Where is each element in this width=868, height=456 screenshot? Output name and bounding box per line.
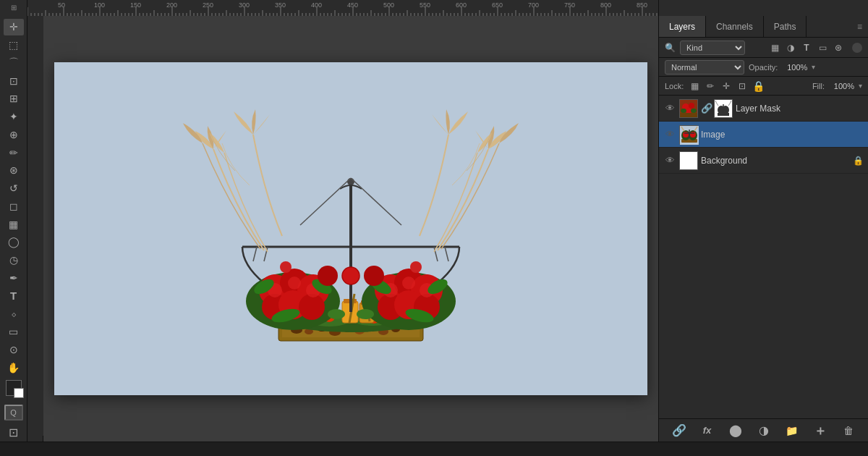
svg-point-32 (347, 178, 354, 185)
svg-point-85 (690, 132, 696, 138)
filter-pixel-btn[interactable]: ▦ (768, 41, 781, 54)
top-ruler-bar: ⊞ (0, 0, 868, 16)
svg-point-31 (342, 267, 359, 284)
fill-value[interactable]: 100% (829, 82, 854, 90)
dodge-tool[interactable]: ◷ (4, 252, 24, 269)
mask-thumb-svg (715, 100, 732, 117)
shape-tool[interactable]: ▭ (4, 324, 24, 340)
svg-point-70 (686, 108, 692, 114)
svg-point-72 (691, 109, 697, 113)
type-tool[interactable]: T (4, 287, 24, 304)
delete-layer-button[interactable]: 🗑 (840, 422, 857, 439)
lock-all-btn[interactable]: 🔒 (752, 80, 765, 93)
layer-name-image: Image (701, 130, 864, 140)
filter-type-btn[interactable]: T (800, 41, 813, 54)
paths-tab[interactable]: Paths (764, 16, 807, 37)
opacity-value[interactable]: 100% (782, 63, 807, 72)
layer-thumb-image (679, 125, 698, 144)
layers-tab[interactable]: Layers (659, 16, 706, 37)
svg-point-41 (299, 294, 325, 320)
eyedropper-tool[interactable]: ✦ (4, 109, 24, 125)
svg-point-71 (681, 109, 686, 113)
gradient-tool[interactable]: ▦ (4, 216, 24, 232)
panel-ruler-spacer (658, 0, 868, 16)
hand-tool[interactable]: ✋ (4, 359, 24, 376)
layer-mask-thumb (714, 99, 733, 118)
lock-image-btn[interactable]: ✏ (704, 80, 717, 93)
layer-row-background[interactable]: 👁 Background 🔒 (659, 148, 868, 174)
screen-mode-toggle[interactable]: ⊡ (4, 423, 24, 442)
layer-visibility-bg[interactable]: 👁 (663, 155, 676, 166)
svg-point-84 (683, 132, 689, 138)
opacity-arrow: ▾ (812, 63, 815, 71)
healing-brush-tool[interactable]: ⊕ (4, 127, 24, 143)
filter-type-select[interactable]: Kind (680, 41, 745, 55)
foreground-color[interactable] (6, 380, 22, 396)
panel-menu-button[interactable]: ≡ (851, 16, 868, 37)
status-bar (0, 442, 868, 456)
lock-position-btn[interactable]: ✛ (720, 80, 733, 93)
quick-select-tool[interactable]: ⊡ (4, 72, 24, 89)
right-panel: Layers Channels Paths ≡ 🔍 Kind ▦ ◑ T ▭ ⊛… (658, 16, 868, 442)
canvas-area[interactable] (43, 16, 658, 442)
svg-point-64 (357, 309, 374, 319)
ruler-canvas-h (27, 0, 658, 16)
crop-tool[interactable]: ⊞ (4, 90, 24, 107)
canvas-frame (54, 62, 647, 395)
layer-thumb-floral (679, 99, 698, 118)
fill-arrow: ▾ (859, 82, 862, 90)
lasso-tool[interactable]: ⌒ (4, 55, 24, 72)
brush-tool[interactable]: ✏ (4, 144, 24, 161)
layers-list[interactable]: 👁 🔗 (659, 96, 868, 418)
ruler-canvas-v (27, 16, 43, 436)
lock-transparent-btn[interactable]: ▦ (688, 80, 701, 93)
quick-mask-toggle[interactable]: Q (4, 405, 23, 421)
move-tool[interactable]: ✛ (4, 19, 24, 35)
layer-row-image[interactable]: 👁 Image (659, 122, 868, 148)
filter-adjust-btn[interactable]: ◑ (784, 41, 797, 54)
horizontal-ruler (27, 0, 658, 16)
eraser-tool[interactable]: ◻ (4, 198, 24, 215)
filter-shape-btn[interactable]: ▭ (816, 41, 829, 54)
history-brush-tool[interactable]: ↺ (4, 180, 24, 197)
corner-icon: ⊞ (11, 4, 17, 12)
layer-visibility-mask[interactable]: 👁 (663, 103, 676, 114)
vertical-ruler (27, 16, 43, 442)
layer-name-mask: Layer Mask (736, 104, 864, 114)
new-group-button[interactable]: 📁 (783, 422, 801, 439)
filter-icons: ▦ ◑ T ▭ ⊛ (768, 41, 845, 54)
add-layer-style-button[interactable]: fx (699, 422, 716, 439)
layer-row-mask[interactable]: 👁 🔗 (659, 96, 868, 122)
filter-smart-btn[interactable]: ⊛ (832, 41, 845, 54)
pen-tool[interactable]: ✒ (4, 270, 24, 287)
add-mask-button[interactable]: ⬤ (727, 422, 744, 439)
layer-thumb-background (679, 151, 698, 170)
fill-label: Fill: (812, 82, 825, 90)
rectangular-marquee-tool[interactable]: ⬚ (4, 37, 24, 54)
blend-mode-select[interactable]: Normal (665, 60, 744, 75)
lock-icons: ▦ ✏ ✛ ⊡ 🔒 (688, 80, 765, 93)
new-fill-adjustment-button[interactable]: ◑ (755, 422, 773, 439)
svg-point-43 (288, 276, 301, 290)
layer-image-svg (680, 126, 699, 145)
lock-artboard-btn[interactable]: ⊡ (736, 80, 749, 93)
layers-bottom-toolbar: 🔗 fx ⬤ ◑ 📁 ＋ 🗑 (659, 418, 868, 442)
channels-tab[interactable]: Channels (706, 16, 764, 37)
path-selection-tool[interactable]: ⬦ (4, 305, 24, 322)
left-toolbar: ✛ ⬚ ⌒ ⊡ ⊞ ✦ ⊕ ✏ ⊛ ↺ ◻ ▦ ◯ ◷ ✒ T ⬦ ▭ ⊙ ✋ … (0, 16, 27, 442)
blend-mode-row: Normal Opacity: 100% ▾ (659, 58, 868, 77)
corner-box: ⊞ (0, 0, 27, 16)
clone-stamp-tool[interactable]: ⊛ (4, 162, 24, 179)
zoom-tool[interactable]: ⊙ (4, 342, 24, 358)
lock-row: Lock: ▦ ✏ ✛ ⊡ 🔒 Fill: 100% ▾ (659, 77, 868, 96)
filter-row: 🔍 Kind ▦ ◑ T ▭ ⊛ (659, 38, 868, 58)
main-area: ✛ ⬚ ⌒ ⊡ ⊞ ✦ ⊕ ✏ ⊛ ↺ ◻ ▦ ◯ ◷ ✒ T ⬦ ▭ ⊙ ✋ … (0, 16, 868, 442)
layer-chain-icon: 🔗 (701, 103, 711, 114)
layer-visibility-image[interactable]: 👁 (663, 129, 676, 140)
blur-tool[interactable]: ◯ (4, 234, 24, 250)
link-layers-button[interactable]: 🔗 (671, 422, 688, 439)
new-layer-button[interactable]: ＋ (812, 422, 829, 439)
filter-toggle[interactable] (852, 43, 862, 53)
layer-name-background: Background (701, 156, 850, 166)
svg-point-63 (328, 309, 345, 319)
